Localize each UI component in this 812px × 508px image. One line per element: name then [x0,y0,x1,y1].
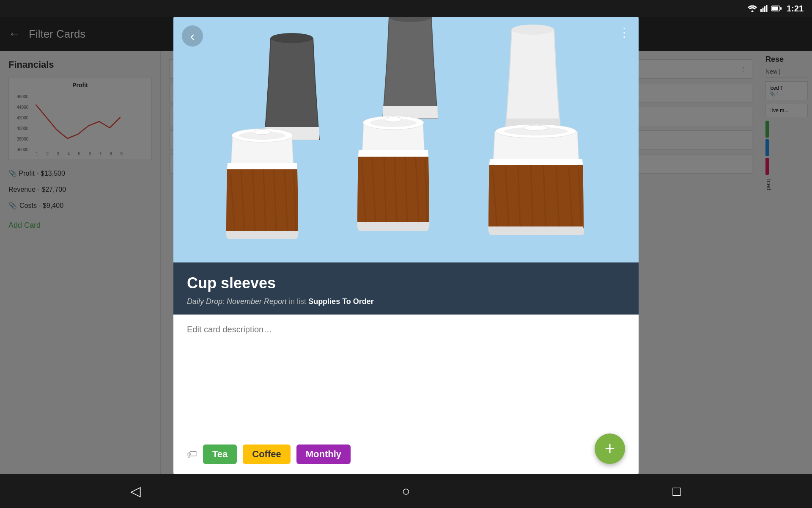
svg-rect-3 [764,6,765,12]
tag-tea[interactable]: Tea [203,444,237,464]
status-time: 1:21 [787,4,804,14]
svg-point-36 [254,130,271,135]
back-chevron-icon: ‹ [190,28,195,44]
tag-coffee[interactable]: Coffee [243,444,290,464]
nav-recents-button[interactable]: □ [664,478,689,504]
wifi-icon [748,5,757,12]
status-icons [748,5,782,12]
nav-back-button[interactable]: ◁ [123,478,148,504]
card-desc-area: 🏷 Tea Coffee Monthly + [173,315,639,474]
tag-monthly[interactable]: Monthly [296,444,351,464]
nav-home-button[interactable]: ○ [393,478,419,504]
card-image-area: ‹ ⋮ [173,17,639,262]
svg-rect-1 [760,9,762,12]
svg-rect-7 [780,7,782,10]
svg-point-57 [524,125,548,130]
list-name: Supplies To Order [308,297,374,306]
card-title: Cup sleeves [187,274,625,292]
svg-point-0 [751,11,753,13]
status-bar: 1:21 [0,0,812,17]
description-input[interactable] [187,325,625,438]
fab-add-button[interactable]: + [595,433,625,464]
modal-more-button[interactable]: ⋮ [618,25,630,39]
board-name: Daily Drop: November Report [187,297,287,306]
bottom-nav: ◁ ○ □ [0,474,812,508]
svg-point-26 [512,25,554,35]
svg-rect-6 [772,7,778,11]
modal-back-button[interactable]: ‹ [182,25,203,47]
battery-icon [771,6,782,11]
modal-card: ‹ ⋮ [173,17,639,474]
svg-rect-2 [762,8,763,12]
cups-illustration [173,17,639,262]
more-dots-icon: ⋮ [618,26,630,39]
svg-point-46 [385,117,402,122]
tags-row: 🏷 Tea Coffee Monthly [187,444,625,464]
svg-point-24 [271,33,313,43]
home-circle-icon: ○ [402,483,410,499]
recents-square-icon: □ [672,483,680,499]
signal-icon [760,5,768,12]
fab-plus-icon: + [605,440,615,458]
svg-rect-4 [766,5,767,12]
card-meta: Daily Drop: November Report in list Supp… [187,297,625,306]
in-list-text: in list [289,297,308,306]
label-icon: 🏷 [187,448,197,460]
back-triangle-icon: ◁ [130,483,141,499]
card-info-area: Cup sleeves Daily Drop: November Report … [173,262,639,315]
